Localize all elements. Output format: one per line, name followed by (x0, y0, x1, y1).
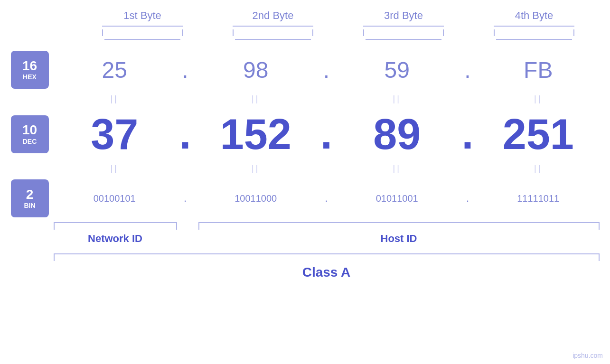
bin-row: 2 BIN 00100101 . 10011000 . 01011001 . 1… (11, 179, 600, 217)
host-id-section: Host ID (198, 222, 600, 245)
eq-cell-3: || (336, 94, 459, 104)
eq-cell-7: || (336, 164, 459, 174)
dec-dot-1: . (176, 110, 195, 159)
hex-dot-3: . (458, 57, 477, 83)
bin-dot-1: . (176, 192, 195, 205)
bin-val-1: 00100101 (54, 193, 176, 204)
hex-row: 16 HEX 25 . 98 . 59 . FB (11, 51, 600, 89)
class-a-label: Class A (54, 265, 600, 280)
hex-val-4: FB (477, 57, 600, 83)
dec-val-4: 251 (477, 113, 600, 156)
eq-cell-8: || (477, 164, 600, 174)
bin-badge: 2 BIN (11, 179, 49, 217)
equals-sep-1: || || || || (11, 91, 600, 107)
byte-header-3: 3rd Byte (351, 9, 456, 40)
eq-cell-6: || (195, 164, 317, 174)
dec-dot-2: . (317, 110, 336, 159)
dec-val-3: 89 (336, 113, 459, 156)
class-a-section: Class A (54, 253, 600, 280)
dec-row: 10 DEC 37 . 152 . 89 . 251 (11, 110, 600, 159)
eq-cell-5: || (54, 164, 176, 174)
watermark: ipshu.com (572, 352, 603, 359)
dec-dot-3: . (458, 110, 477, 159)
dec-badge: 10 DEC (11, 115, 49, 153)
network-id-section: Network ID (54, 222, 177, 245)
bin-dot-3: . (458, 192, 477, 205)
hex-val-3: 59 (336, 57, 459, 83)
hex-dot-1: . (176, 57, 195, 83)
bin-val-2: 10011000 (195, 193, 317, 204)
bin-val-4: 11111011 (477, 193, 600, 204)
hex-badge: 16 HEX (11, 51, 49, 89)
id-labels-row: Network ID Host ID (54, 222, 600, 245)
byte-header-1: 1st Byte (90, 9, 195, 40)
hex-val-1: 25 (54, 57, 176, 83)
dec-val-1: 37 (54, 113, 176, 156)
byte-header-4: 4th Byte (482, 9, 586, 40)
bin-dot-2: . (317, 192, 336, 205)
eq-cell-1: || (54, 94, 176, 104)
eq-cell-2: || (195, 94, 317, 104)
eq-cell-4: || (477, 94, 600, 104)
bin-val-3: 01011001 (336, 193, 459, 204)
host-id-label: Host ID (198, 233, 600, 245)
equals-sep-2: || || || || (11, 160, 600, 177)
hex-val-2: 98 (195, 57, 317, 83)
dec-val-2: 152 (195, 113, 317, 156)
byte-header-2: 2nd Byte (221, 9, 325, 40)
main-container: 1st Byte 2nd Byte 3rd Byte 4t (0, 0, 610, 364)
hex-dot-2: . (317, 57, 336, 83)
network-id-label: Network ID (54, 233, 177, 245)
